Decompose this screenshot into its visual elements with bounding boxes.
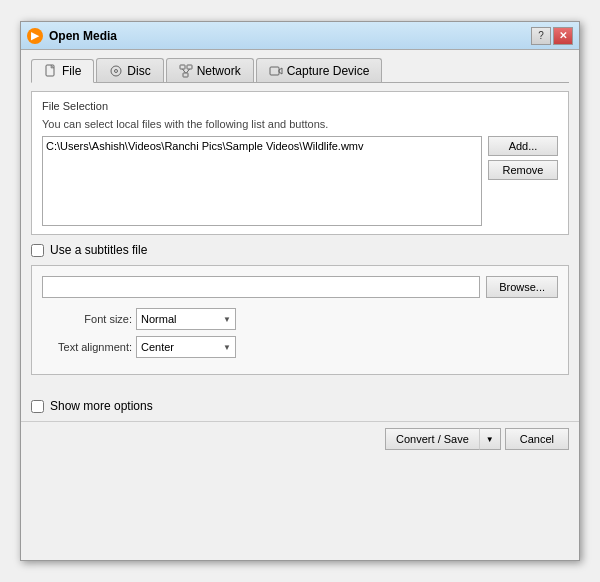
remove-button[interactable]: Remove — [488, 160, 558, 180]
file-selection-desc: You can select local files with the foll… — [42, 118, 558, 130]
show-more-row: Show more options — [21, 391, 579, 421]
svg-point-2 — [115, 69, 118, 72]
tab-bar: File Disc Network Capture Device — [31, 58, 569, 83]
help-button[interactable]: ? — [531, 27, 551, 45]
convert-arrow-button[interactable]: ▼ — [479, 428, 501, 450]
svg-rect-8 — [270, 67, 279, 75]
subtitle-row: Use a subtitles file — [31, 243, 569, 257]
subtitle-path-input[interactable] — [42, 276, 480, 298]
svg-line-6 — [182, 69, 185, 73]
cancel-button[interactable]: Cancel — [505, 428, 569, 450]
show-more-label[interactable]: Show more options — [50, 399, 153, 413]
svg-rect-4 — [187, 65, 192, 69]
add-button[interactable]: Add... — [488, 136, 558, 156]
font-size-select-wrap[interactable]: Normal Small Large ▼ — [136, 308, 236, 330]
file-buttons: Add... Remove — [488, 136, 558, 180]
tab-network[interactable]: Network — [166, 58, 254, 82]
tab-capture-label: Capture Device — [287, 64, 370, 78]
file-row: C:\Users\Ashish\Videos\Ranchi Pics\Sampl… — [42, 136, 558, 226]
file-list[interactable]: C:\Users\Ashish\Videos\Ranchi Pics\Sampl… — [42, 136, 482, 226]
svg-point-1 — [111, 66, 121, 76]
show-more-checkbox[interactable] — [31, 400, 44, 413]
tab-network-label: Network — [197, 64, 241, 78]
browse-button[interactable]: Browse... — [486, 276, 558, 298]
open-media-dialog: ▶ Open Media ? ✕ File Disc — [20, 21, 580, 561]
tab-disc-label: Disc — [127, 64, 150, 78]
svg-rect-5 — [183, 73, 188, 77]
title-bar: ▶ Open Media ? ✕ — [21, 22, 579, 50]
subtitle-label[interactable]: Use a subtitles file — [50, 243, 147, 257]
convert-save-button[interactable]: Convert / Save — [385, 428, 479, 450]
tab-capture[interactable]: Capture Device — [256, 58, 383, 82]
text-align-label: Text alignment: — [42, 341, 132, 353]
disc-tab-icon — [109, 64, 123, 78]
file-selection-title: File Selection — [42, 100, 558, 112]
browse-row: Browse... — [42, 276, 558, 298]
file-selection-section: File Selection You can select local file… — [31, 91, 569, 235]
capture-tab-icon — [269, 64, 283, 78]
subtitle-settings-box: Browse... Font size: Normal Small Large … — [31, 265, 569, 375]
font-size-dropdown-arrow: ▼ — [223, 315, 231, 324]
tab-disc[interactable]: Disc — [96, 58, 163, 82]
button-row: Convert / Save ▼ Cancel — [21, 421, 579, 458]
font-size-label: Font size: — [42, 313, 132, 325]
tab-file[interactable]: File — [31, 59, 94, 83]
svg-line-7 — [186, 69, 189, 73]
title-bar-buttons: ? ✕ — [531, 27, 573, 45]
text-align-select-wrap[interactable]: Center Left Right ▼ — [136, 336, 236, 358]
vlc-icon: ▶ — [27, 28, 43, 44]
text-align-row: Text alignment: Center Left Right ▼ — [42, 336, 558, 358]
text-align-select[interactable]: Center Left Right — [141, 341, 223, 353]
file-list-item: C:\Users\Ashish\Videos\Ranchi Pics\Sampl… — [46, 140, 478, 152]
network-tab-icon — [179, 64, 193, 78]
tab-file-label: File — [62, 64, 81, 78]
convert-save-wrap: Convert / Save ▼ — [385, 428, 501, 450]
font-size-row: Font size: Normal Small Large ▼ — [42, 308, 558, 330]
subtitle-checkbox[interactable] — [31, 244, 44, 257]
dialog-title: Open Media — [49, 29, 531, 43]
font-size-select[interactable]: Normal Small Large — [141, 313, 223, 325]
file-tab-icon — [44, 64, 58, 78]
svg-rect-3 — [180, 65, 185, 69]
dialog-content: File Disc Network Capture Device — [21, 50, 579, 391]
text-align-dropdown-arrow: ▼ — [223, 343, 231, 352]
close-button[interactable]: ✕ — [553, 27, 573, 45]
